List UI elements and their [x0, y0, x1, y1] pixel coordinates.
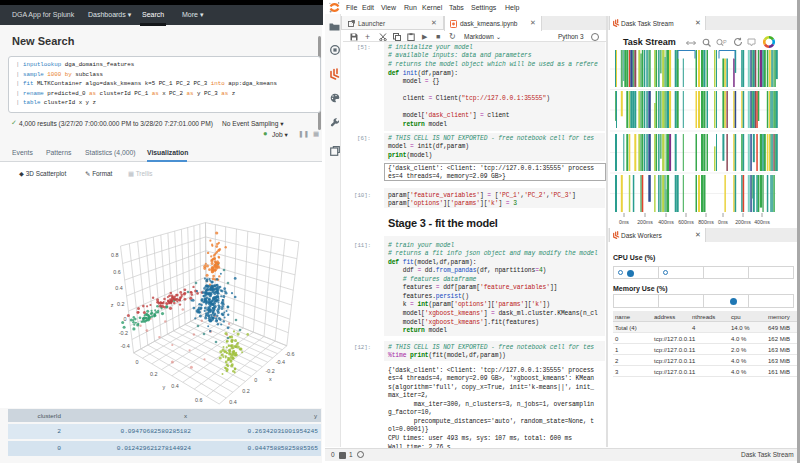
- svg-text:0ms: 0ms: [718, 219, 728, 225]
- svg-text:y: y: [163, 384, 166, 390]
- svg-text:0: 0: [123, 316, 126, 322]
- svg-text:0.4: 0.4: [229, 399, 237, 405]
- svg-text:200ms: 200ms: [637, 219, 653, 225]
- svg-text:0.6: 0.6: [113, 269, 121, 275]
- svg-text:0.2: 0.2: [150, 371, 158, 377]
- svg-text:-0.6: -0.6: [285, 351, 294, 357]
- svg-text:-0.4: -0.4: [276, 359, 285, 365]
- svg-text:0ms: 0ms: [619, 219, 629, 225]
- svg-text:400ms: 400ms: [754, 219, 770, 225]
- svg-text:0.4: 0.4: [171, 383, 179, 389]
- svg-text:P: P: [723, 39, 727, 45]
- svg-text:400ms: 400ms: [658, 219, 674, 225]
- svg-text:0: 0: [136, 359, 139, 365]
- svg-text:0: 0: [254, 377, 257, 383]
- svg-text:0.2: 0.2: [117, 301, 125, 307]
- svg-text:0.4: 0.4: [115, 285, 123, 291]
- svg-text:800ms: 800ms: [698, 219, 714, 225]
- svg-text:0.2: 0.2: [242, 388, 250, 394]
- svg-text:200ms: 200ms: [735, 219, 751, 225]
- svg-text:-0.2: -0.2: [265, 368, 274, 374]
- svg-text:0.8: 0.8: [111, 252, 119, 258]
- svg-text:600ms: 600ms: [678, 219, 694, 225]
- svg-text:0.6: 0.6: [195, 397, 203, 403]
- svg-text:-0.2: -0.2: [119, 330, 128, 336]
- svg-text:z: z: [111, 302, 114, 308]
- svg-text:-0.4: -0.4: [120, 343, 129, 349]
- svg-text:x: x: [269, 376, 272, 382]
